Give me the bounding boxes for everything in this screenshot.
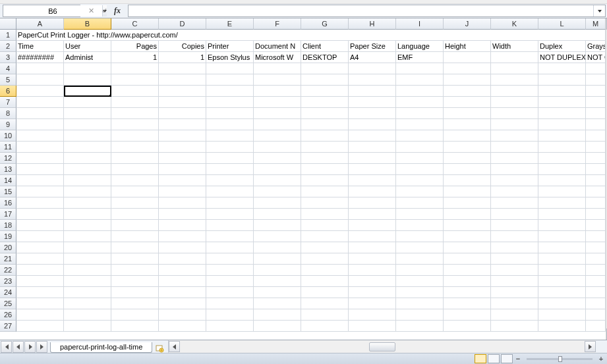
cell[interactable] — [491, 242, 538, 253]
cell[interactable] — [64, 209, 111, 220]
cell[interactable] — [396, 175, 444, 186]
cell[interactable] — [64, 231, 111, 242]
cell[interactable] — [159, 265, 206, 276]
cell[interactable]: EMF — [396, 52, 444, 63]
cell[interactable] — [586, 309, 606, 321]
cell[interactable] — [64, 63, 111, 74]
row-header[interactable]: 15 — [0, 186, 16, 197]
zoom-in-button[interactable]: + — [596, 355, 606, 363]
row-header[interactable]: 2 — [0, 41, 16, 52]
cell[interactable] — [491, 63, 538, 74]
cell[interactable] — [349, 276, 396, 287]
row-header[interactable]: 19 — [0, 231, 16, 242]
cell[interactable] — [206, 130, 254, 142]
column-header[interactable]: K — [491, 18, 538, 30]
cell[interactable] — [349, 130, 396, 142]
cell[interactable] — [159, 298, 206, 309]
cell[interactable] — [349, 287, 396, 298]
cell[interactable] — [206, 86, 254, 97]
cell[interactable] — [586, 265, 606, 276]
cell[interactable] — [538, 97, 586, 108]
cell[interactable] — [206, 108, 254, 119]
cell[interactable] — [444, 276, 491, 287]
select-all-corner[interactable] — [0, 18, 16, 30]
cell[interactable] — [206, 175, 254, 186]
cell[interactable] — [301, 209, 349, 220]
cell[interactable] — [444, 309, 491, 321]
cell[interactable] — [64, 97, 111, 108]
cell[interactable] — [206, 197, 254, 209]
cell[interactable] — [16, 242, 64, 253]
cell[interactable] — [444, 130, 491, 142]
cell[interactable] — [301, 119, 349, 130]
cell[interactable] — [538, 321, 586, 332]
cell[interactable] — [396, 309, 444, 321]
cell[interactable] — [159, 231, 206, 242]
cell[interactable] — [254, 298, 301, 309]
row-header[interactable]: 9 — [0, 119, 16, 130]
cell[interactable] — [254, 108, 301, 119]
cell[interactable] — [206, 63, 254, 74]
row-header[interactable]: 5 — [0, 74, 16, 86]
cell[interactable] — [444, 298, 491, 309]
insert-sheet-button[interactable] — [155, 344, 164, 353]
cell[interactable] — [301, 265, 349, 276]
cell[interactable] — [111, 309, 159, 321]
cell[interactable] — [491, 265, 538, 276]
cell[interactable] — [64, 242, 111, 253]
cell[interactable] — [491, 253, 538, 265]
cell[interactable] — [16, 164, 64, 175]
cell[interactable] — [16, 220, 64, 231]
cell[interactable] — [444, 209, 491, 220]
horizontal-scroll-thumb[interactable] — [369, 342, 395, 351]
cell[interactable] — [111, 186, 159, 197]
cell[interactable] — [538, 119, 586, 130]
cell[interactable] — [16, 253, 64, 265]
cell[interactable]: Language — [396, 41, 444, 52]
cell[interactable]: Paper Size — [349, 41, 396, 52]
row-header[interactable]: 11 — [0, 142, 16, 153]
cell[interactable] — [491, 276, 538, 287]
cell[interactable] — [111, 287, 159, 298]
cell[interactable] — [538, 309, 586, 321]
cell[interactable] — [159, 287, 206, 298]
cell[interactable]: DESKTOP — [301, 52, 349, 63]
cell[interactable] — [111, 253, 159, 265]
column-header[interactable]: J — [444, 18, 491, 30]
scroll-left-button[interactable] — [169, 341, 180, 352]
cell[interactable] — [491, 97, 538, 108]
cell[interactable] — [206, 142, 254, 153]
cell[interactable] — [111, 298, 159, 309]
cell[interactable]: Width — [491, 41, 538, 52]
column-header[interactable]: H — [349, 18, 396, 30]
cell[interactable] — [254, 242, 301, 253]
cell[interactable] — [254, 86, 301, 97]
cell[interactable] — [301, 321, 349, 332]
cell[interactable] — [16, 142, 64, 153]
cell[interactable] — [586, 86, 606, 97]
cell[interactable] — [396, 220, 444, 231]
cell[interactable] — [159, 276, 206, 287]
cell[interactable] — [444, 74, 491, 86]
cell[interactable] — [206, 276, 254, 287]
column-header[interactable]: C — [111, 18, 159, 30]
cell[interactable] — [586, 164, 606, 175]
cell[interactable] — [64, 253, 111, 265]
row-header[interactable]: 12 — [0, 153, 16, 164]
cell[interactable] — [254, 220, 301, 231]
cell[interactable] — [396, 231, 444, 242]
cell[interactable]: Pages — [111, 41, 159, 52]
cell[interactable] — [586, 220, 606, 231]
cell[interactable] — [206, 287, 254, 298]
cell[interactable] — [111, 276, 159, 287]
cell[interactable] — [538, 164, 586, 175]
cell[interactable] — [111, 97, 159, 108]
cell[interactable] — [64, 142, 111, 153]
normal-view-button[interactable] — [475, 354, 486, 363]
cell[interactable] — [16, 86, 64, 97]
cell[interactable] — [538, 287, 586, 298]
cell[interactable] — [349, 209, 396, 220]
cell[interactable] — [396, 164, 444, 175]
cell[interactable] — [444, 108, 491, 119]
cell[interactable] — [444, 265, 491, 276]
